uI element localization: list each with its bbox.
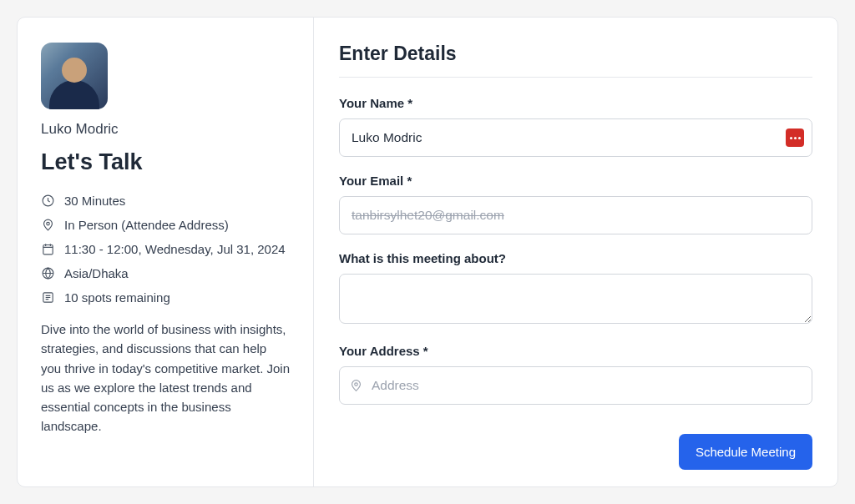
host-avatar (41, 43, 108, 109)
event-description: Dive into the world of business with ins… (41, 320, 290, 436)
meta-spots-text: 10 spots remaining (64, 290, 170, 305)
about-textarea[interactable] (339, 274, 812, 324)
divider (339, 77, 812, 78)
email-label: Your Email * (339, 174, 812, 188)
about-group: What is this meeting about? (339, 251, 812, 327)
map-pin-icon (41, 218, 55, 232)
globe-icon (41, 266, 55, 280)
event-meta-list: 30 Minutes In Person (Attendee Address) … (41, 194, 290, 305)
meta-duration: 30 Minutes (41, 194, 290, 208)
address-group: Your Address * (339, 344, 812, 405)
meta-duration-text: 30 Minutes (64, 194, 125, 208)
host-name: Luko Modric (41, 121, 290, 138)
svg-point-1 (47, 222, 50, 225)
name-input-wrap (339, 118, 812, 157)
meta-location-text: In Person (Attendee Address) (64, 218, 229, 232)
clock-icon (41, 194, 55, 208)
calendar-icon (41, 242, 55, 256)
submit-row: Schedule Meeting (339, 434, 812, 470)
email-input[interactable] (339, 196, 812, 234)
list-icon (41, 290, 55, 305)
name-input[interactable] (339, 118, 812, 157)
schedule-meeting-button[interactable]: Schedule Meeting (679, 434, 812, 470)
about-label: What is this meeting about? (339, 251, 812, 265)
address-input-wrap (339, 366, 812, 405)
address-label: Your Address * (339, 344, 812, 358)
svg-rect-2 (43, 245, 53, 255)
password-manager-icon[interactable] (786, 129, 804, 147)
booking-card: Luko Modric Let's Talk 30 Minutes In Per… (17, 17, 838, 487)
email-group: Your Email * (339, 174, 812, 234)
meta-timezone: Asia/Dhaka (41, 266, 290, 280)
event-sidebar: Luko Modric Let's Talk 30 Minutes In Per… (18, 18, 314, 486)
form-title: Enter Details (339, 43, 812, 65)
address-input[interactable] (339, 366, 812, 405)
meta-timezone-text: Asia/Dhaka (64, 266, 129, 280)
details-form: Enter Details Your Name * Your Email * W… (314, 18, 837, 486)
meta-location: In Person (Attendee Address) (41, 218, 290, 232)
meta-datetime: 11:30 - 12:00, Wednesday, Jul 31, 2024 (41, 242, 290, 256)
name-group: Your Name * (339, 96, 812, 157)
name-label: Your Name * (339, 96, 812, 110)
meta-spots: 10 spots remaining (41, 290, 290, 305)
meta-datetime-text: 11:30 - 12:00, Wednesday, Jul 31, 2024 (64, 242, 286, 256)
event-title: Let's Talk (41, 149, 290, 175)
svg-point-5 (355, 383, 358, 386)
map-pin-icon (349, 379, 363, 393)
